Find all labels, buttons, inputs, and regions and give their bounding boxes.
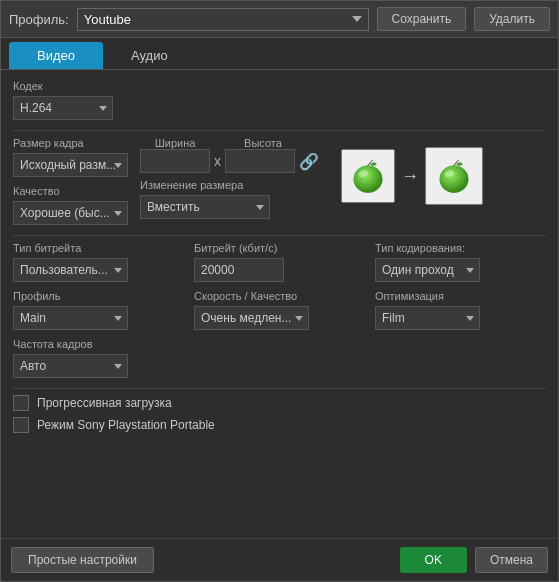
apple-before: [341, 149, 395, 203]
bitrate-row: Тип битрейта Пользователь... Битрейт (кб…: [13, 242, 546, 282]
divider-3: [13, 388, 546, 389]
svg-point-4: [440, 166, 469, 193]
sony-row: Режим Sony Playstation Portable: [13, 417, 546, 433]
delete-button[interactable]: Удалить: [474, 7, 550, 31]
tabs: Видео Аудио: [1, 38, 558, 70]
sony-label: Режим Sony Playstation Portable: [37, 418, 215, 432]
content-area: Кодек H.264 Размер кадра Исходный разм..…: [1, 70, 558, 538]
progressive-row: Прогрессивная загрузка: [13, 395, 546, 411]
framerate-section: Частота кадров Авто: [13, 338, 546, 378]
wh-col: Ширина Высота x 🔗 Изменение размера Вмес…: [140, 137, 319, 219]
codec-label: Кодек: [13, 80, 546, 92]
apple-before-svg: [348, 156, 388, 196]
apple-after: [425, 147, 483, 205]
progressive-label: Прогрессивная загрузка: [37, 396, 172, 410]
encoding-type-label: Тип кодирования:: [375, 242, 546, 254]
encoding-type-col: Тип кодирования: Один проход: [375, 242, 546, 282]
frame-size-col: Размер кадра Исходный разм... Качество Х…: [13, 137, 128, 225]
arrow-icon: →: [401, 166, 419, 187]
divider-2: [13, 235, 546, 236]
bitrate-col: Битрейт (кбит/с): [194, 242, 365, 282]
x-separator: x: [214, 153, 221, 169]
quality-label: Качество: [13, 185, 128, 197]
profile-field-select[interactable]: Main: [13, 306, 128, 330]
resize-label: Изменение размера: [140, 179, 319, 191]
frame-size-select[interactable]: Исходный разм...: [13, 153, 128, 177]
save-button[interactable]: Сохранить: [377, 7, 467, 31]
codec-section: Кодек H.264: [13, 80, 546, 120]
bitrate-label: Битрейт (кбит/с): [194, 242, 365, 254]
resize-select[interactable]: Вместить: [140, 195, 270, 219]
width-label: Ширина: [140, 137, 210, 149]
profile-col: Профиль Main: [13, 290, 184, 330]
ok-button[interactable]: OK: [400, 547, 467, 573]
frame-size-row: Размер кадра Исходный разм... Качество Х…: [13, 137, 546, 225]
progressive-checkbox[interactable]: [13, 395, 29, 411]
wh-labels: Ширина Высота: [140, 137, 319, 149]
frame-size-label: Размер кадра: [13, 137, 128, 149]
bitrate-type-label: Тип битрейта: [13, 242, 184, 254]
speed-select[interactable]: Очень медлен...: [194, 306, 309, 330]
tab-video[interactable]: Видео: [9, 42, 103, 69]
profile-field-label: Профиль: [13, 290, 184, 302]
profile-select[interactable]: Youtube: [77, 8, 369, 31]
apple-preview: →: [341, 147, 483, 205]
profile-label: Профиль:: [9, 12, 69, 27]
optimization-label: Оптимизация: [375, 290, 546, 302]
divider-1: [13, 130, 546, 131]
optimization-select[interactable]: Film: [375, 306, 480, 330]
bitrate-input[interactable]: [194, 258, 284, 282]
tab-audio[interactable]: Аудио: [103, 42, 196, 69]
width-input[interactable]: [140, 149, 210, 173]
footer: Простые настройки OK Отмена: [1, 538, 558, 581]
framerate-select[interactable]: Авто: [13, 354, 128, 378]
speed-col: Скорость / Качество Очень медлен...: [194, 290, 365, 330]
header-bar: Профиль: Youtube Сохранить Удалить: [1, 1, 558, 38]
simple-settings-button[interactable]: Простые настройки: [11, 547, 154, 573]
codec-select[interactable]: H.264: [13, 96, 113, 120]
speed-label: Скорость / Качество: [194, 290, 365, 302]
apple-after-svg: [434, 156, 474, 196]
bitrate-type-select[interactable]: Пользователь...: [13, 258, 128, 282]
height-input[interactable]: [225, 149, 295, 173]
bitrate-type-col: Тип битрейта Пользователь...: [13, 242, 184, 282]
sony-checkbox[interactable]: [13, 417, 29, 433]
svg-point-1: [354, 166, 383, 193]
profile-row: Профиль Main Скорость / Качество Очень м…: [13, 290, 546, 330]
encoding-type-select[interactable]: Один проход: [375, 258, 480, 282]
quality-select[interactable]: Хорошее (быс...: [13, 201, 128, 225]
optimization-col: Оптимизация Film: [375, 290, 546, 330]
lock-icon: 🔗: [299, 152, 319, 171]
wh-fields: x 🔗: [140, 149, 319, 173]
cancel-button[interactable]: Отмена: [475, 547, 548, 573]
height-label: Высота: [228, 137, 298, 149]
app-window: Профиль: Youtube Сохранить Удалить Видео…: [0, 0, 559, 582]
framerate-label: Частота кадров: [13, 338, 546, 350]
